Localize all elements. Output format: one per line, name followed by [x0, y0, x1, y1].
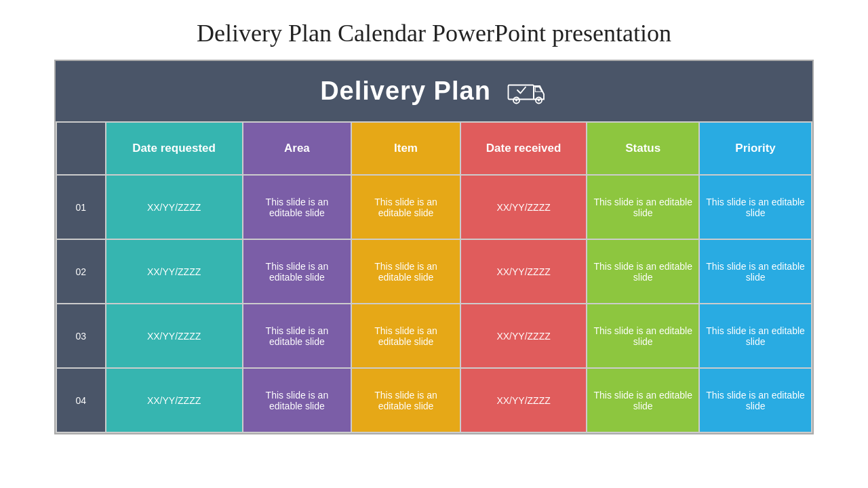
- cell-priority: This slide is an editable slide: [699, 368, 812, 432]
- table-row: 01 XX/YY/ZZZZ This slide is an editable …: [56, 175, 812, 239]
- cell-status: This slide is an editable slide: [587, 239, 699, 304]
- delivery-plan-table: Date requested Area Item Date received S…: [56, 121, 812, 433]
- slide-container: Delivery Plan Date requested Area Item: [54, 60, 814, 434]
- cell-status: This slide is an editable slide: [587, 175, 699, 239]
- col-date-received: Date received: [460, 122, 587, 175]
- col-area: Area: [243, 122, 352, 175]
- slide-header: Delivery Plan: [56, 61, 812, 121]
- cell-date-requested: XX/YY/ZZZZ: [106, 368, 243, 432]
- col-status: Status: [587, 122, 699, 175]
- table-row: 03 XX/YY/ZZZZ This slide is an editable …: [56, 304, 812, 368]
- cell-date-requested: XX/YY/ZZZZ: [106, 239, 243, 304]
- cell-date-received: XX/YY/ZZZZ: [460, 239, 587, 304]
- slide-header-title: Delivery Plan: [320, 77, 491, 106]
- cell-priority: This slide is an editable slide: [699, 239, 812, 304]
- table-row: 04 XX/YY/ZZZZ This slide is an editable …: [56, 368, 812, 432]
- cell-date-received: XX/YY/ZZZZ: [460, 175, 587, 239]
- cell-date-received: XX/YY/ZZZZ: [460, 368, 587, 432]
- svg-point-4: [538, 100, 540, 102]
- cell-num: 03: [56, 304, 106, 368]
- page-title: Delivery Plan Calendar PowerPoint presen…: [0, 0, 868, 60]
- cell-date-requested: XX/YY/ZZZZ: [106, 304, 243, 368]
- col-item: Item: [351, 122, 460, 175]
- cell-priority: This slide is an editable slide: [699, 304, 812, 368]
- table-row: 02 XX/YY/ZZZZ This slide is an editable …: [56, 239, 812, 304]
- col-num: [56, 122, 106, 175]
- cell-date-received: XX/YY/ZZZZ: [460, 304, 587, 368]
- cell-num: 04: [56, 368, 106, 432]
- cell-item: This slide is an editable slide: [351, 239, 460, 304]
- cell-num: 01: [56, 175, 106, 239]
- cell-date-requested: XX/YY/ZZZZ: [106, 175, 243, 239]
- col-priority: Priority: [699, 122, 812, 175]
- cell-area: This slide is an editable slide: [243, 304, 352, 368]
- svg-point-2: [515, 100, 517, 102]
- cell-status: This slide is an editable slide: [587, 368, 699, 432]
- cell-num: 02: [56, 239, 106, 304]
- cell-item: This slide is an editable slide: [351, 175, 460, 239]
- cell-item: This slide is an editable slide: [351, 304, 460, 368]
- cell-item: This slide is an editable slide: [351, 368, 460, 432]
- truck-icon: [507, 76, 548, 106]
- cell-priority: This slide is an editable slide: [699, 175, 812, 239]
- col-date-requested: Date requested: [106, 122, 243, 175]
- cell-status: This slide is an editable slide: [587, 304, 699, 368]
- cell-area: This slide is an editable slide: [243, 175, 352, 239]
- table-header-row: Date requested Area Item Date received S…: [56, 122, 812, 175]
- cell-area: This slide is an editable slide: [243, 368, 352, 432]
- cell-area: This slide is an editable slide: [243, 239, 352, 304]
